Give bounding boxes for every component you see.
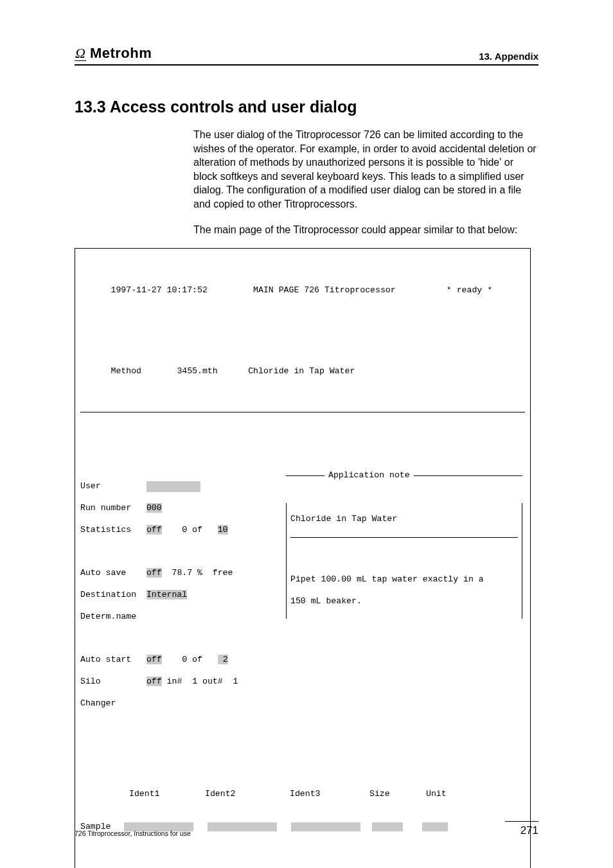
autosave-free: free xyxy=(213,568,233,578)
chapter-label: 13. Appendix xyxy=(479,51,538,62)
method-label: Method xyxy=(111,366,141,376)
stats-label: Statistics xyxy=(80,525,131,535)
ident2-label: Ident2 xyxy=(205,789,290,800)
terminal-screenshot: 1997-11-27 10:17:52 MAIN PAGE 726 Titrop… xyxy=(75,248,531,868)
silo-value[interactable]: off xyxy=(147,677,162,686)
stats-of: 0 of xyxy=(182,525,202,535)
size-label: Size xyxy=(369,789,426,800)
footer-text: 726 Titroprocessor, Instructions for use xyxy=(75,829,191,837)
stats-value[interactable]: off xyxy=(147,525,162,535)
intro-paragraph-1: The user dialog of the Titroprocessor 72… xyxy=(193,128,538,211)
silo-out: out# xyxy=(202,677,223,686)
app-note-title: Application note xyxy=(324,470,414,481)
app-note-line1: Chloride in Tap Water xyxy=(290,514,518,525)
silo-in-n: 1 xyxy=(192,677,197,686)
brand-symbol: Ω xyxy=(75,46,86,61)
unit-label: Unit xyxy=(426,789,447,800)
method-file: 3455.mth xyxy=(177,366,217,376)
app-note-line3: 150 mL beaker. xyxy=(290,596,518,607)
dest-value[interactable]: Internal xyxy=(147,590,187,599)
autosave-value[interactable]: off xyxy=(147,568,162,578)
page-footer: 726 Titroprocessor, Instructions for use… xyxy=(75,821,538,837)
stats-n[interactable]: 10 xyxy=(218,525,228,535)
brand-logo: Ω Metrohm xyxy=(75,45,152,62)
term-status: * ready * xyxy=(447,285,492,295)
user-field[interactable] xyxy=(147,481,200,492)
silo-label: Silo xyxy=(80,677,101,686)
page-number: 271 xyxy=(505,821,538,837)
detname-label: Determ.name xyxy=(80,612,136,621)
autosave-pct: 78.7 % xyxy=(172,568,202,578)
term-timestamp: 1997-11-27 10:17:52 xyxy=(111,285,207,295)
run-label: Run number xyxy=(80,503,131,513)
user-label: User xyxy=(80,481,101,491)
silo-in: in# xyxy=(167,677,182,686)
dest-label: Destination xyxy=(80,590,136,599)
silo-out-n: 1 xyxy=(233,677,238,686)
term-title: MAIN PAGE 726 Titroprocessor xyxy=(253,285,396,295)
autostart-n[interactable]: 2 xyxy=(218,655,228,664)
run-value[interactable]: 000 xyxy=(147,503,162,513)
changer-label: Changer xyxy=(80,698,116,708)
ident1-label: Ident1 xyxy=(129,789,205,800)
brand-name: Metrohm xyxy=(90,45,152,62)
autostart-of: 0 of xyxy=(182,655,202,664)
autostart-label: Auto start xyxy=(80,655,131,664)
page-header: Ω Metrohm 13. Appendix xyxy=(75,45,538,66)
autosave-label: Auto save xyxy=(80,568,126,578)
section-title: 13.3 Access controls and user dialog xyxy=(75,98,538,116)
autostart-value[interactable]: off xyxy=(147,655,162,664)
intro-paragraph-2: The main page of the Titroprocessor coul… xyxy=(193,223,538,237)
method-desc: Chloride in Tap Water xyxy=(248,366,355,376)
ident3-label: Ident3 xyxy=(290,789,369,800)
app-note-line2: Pipet 100.00 mL tap water exactly in a xyxy=(290,574,518,585)
